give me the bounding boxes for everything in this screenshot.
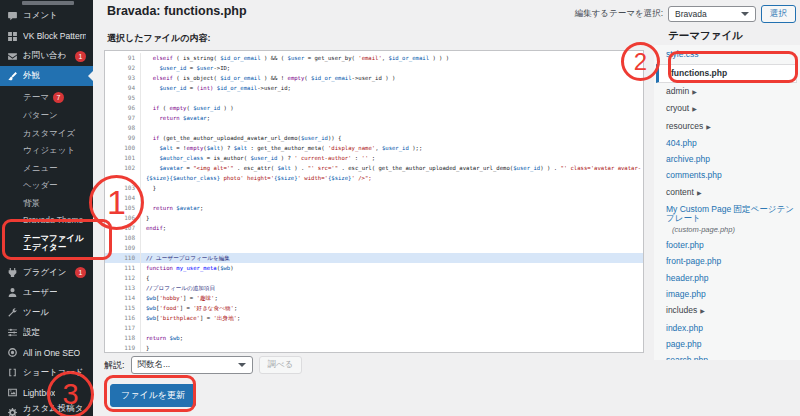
sidebar-item-label: Lightbox <box>23 388 55 398</box>
appearance-submenu: テーマ7パターンカスタマイズウィジェットメニューヘッダー背景Bravada Th… <box>0 86 93 263</box>
sidebar-subitem-label: パターン <box>23 110 58 120</box>
sidebar-item-label: 外観 <box>23 70 40 82</box>
code-text: return $wb; <box>141 333 183 343</box>
code-text: $wb['food'] = '好きな食べ物'; <box>141 303 237 313</box>
line-number: 117 <box>105 323 141 333</box>
line-number: 110 <box>105 253 141 263</box>
sidebar-item-設定[interactable]: 設定 <box>0 323 93 343</box>
sidebar-subitem-bravada-theme[interactable]: Bravada Theme <box>0 212 93 230</box>
sidebar-item-lightbox[interactable]: Lightbox <box>0 383 93 403</box>
line-number: 100 <box>105 143 141 153</box>
sidebar-item-ショートコード[interactable]: ショートコード <box>0 363 93 383</box>
mail-icon <box>7 51 18 62</box>
sidebar-item-プラグイン[interactable]: プラグイン1 <box>0 263 93 283</box>
line-number: 106 <box>105 213 141 223</box>
line-number: 113 <box>105 283 141 293</box>
theme-file-header.php[interactable]: header.php <box>654 270 800 286</box>
theme-file-front-page.php[interactable]: front-page.php <box>654 254 800 270</box>
sidebar-item-all-in-one-seo[interactable]: All in One SEO <box>0 343 93 363</box>
code-text: $author_class = is_author( $user_id ) ? … <box>141 153 375 163</box>
theme-file-404.php[interactable]: 404.php <box>654 135 800 151</box>
theme-file-content[interactable]: content▶ <box>654 184 800 201</box>
theme-file-index.php[interactable]: index.php <box>654 320 800 336</box>
code-text: endif; <box>141 223 166 233</box>
theme-file-style.css[interactable]: style.css <box>654 47 800 63</box>
theme-file-my-custom-page-[interactable]: My Custom Page 固定ページテンプレート(custom-page.p… <box>654 202 800 238</box>
sidebar-item-vk-block-patterns[interactable]: VK Block Patterns <box>0 26 93 46</box>
theme-file-functions.php[interactable]: functions.php <box>656 64 797 82</box>
sidebar-subitem-メニュー[interactable]: メニュー <box>0 160 93 178</box>
code-text <box>141 323 146 333</box>
code-text: function my_user_meta($wb) <box>141 263 234 273</box>
code-text <box>141 93 146 103</box>
lookup-button[interactable]: 調べる <box>259 356 303 374</box>
line-number: 111 <box>105 263 141 273</box>
sidebar-item-ツール[interactable]: ツール <box>0 303 93 323</box>
theme-select-apply-button[interactable]: 選択 <box>761 5 796 23</box>
line-number: 115 <box>105 303 141 313</box>
theme-file-search.php[interactable]: search.php <box>654 353 800 360</box>
line-number <box>105 173 141 183</box>
theme-files-heading: テーマファイル <box>668 29 743 43</box>
sidebar-subitem-label: テーマ <box>23 92 49 102</box>
line-number: 109 <box>105 243 141 253</box>
line-number: 102 <box>105 163 141 173</box>
sidebar-item-お問い合わせ[interactable]: お問い合わせ1 <box>0 46 93 66</box>
theme-file-admin[interactable]: admin▶ <box>654 84 800 101</box>
line-number: 103 <box>105 183 141 193</box>
theme-file-resources[interactable]: resources▶ <box>654 118 800 135</box>
doc-function-value: 関数名... <box>138 359 171 369</box>
code-line: 114$wb['hobby'] = '趣味'; <box>105 293 643 303</box>
code-line: 102 $avatar = "<img alt='" . esc_attr( $… <box>105 163 643 173</box>
code-line: 96 if ( empty( $user_id ) ) <box>105 103 643 113</box>
doc-label: 解説: <box>104 359 125 372</box>
sidebar-item-label: コメント <box>23 10 58 22</box>
folder-arrow-icon: ▶ <box>692 106 697 112</box>
sidebar-item-label: カスタム投稿タイ <box>23 404 86 416</box>
code-text: if (get_the_author_uploaded_avatar_url_d… <box>141 133 341 143</box>
sidebar-subitem-ウィジェット[interactable]: ウィジェット <box>0 142 93 160</box>
sidebar-subitem-背景[interactable]: 背景 <box>0 195 93 213</box>
code-line: 103 } <box>105 183 643 193</box>
sidebar-subitem-パターン[interactable]: パターン <box>0 107 93 125</box>
code-line: 107endif; <box>105 223 643 233</box>
theme-file-includes[interactable]: includes▶ <box>654 303 800 320</box>
code-line: 101 $author_class = is_author( $user_id … <box>105 153 643 163</box>
theme-select[interactable]: Bravada <box>668 6 756 22</box>
doc-function-select[interactable]: 関数名... <box>131 356 253 374</box>
theme-file-page.php[interactable]: page.php <box>654 337 800 353</box>
code-line: 91 elseif ( is_string( $id_or_email ) &&… <box>105 53 643 63</box>
user-icon <box>7 287 18 298</box>
code-editor[interactable]: 91 elseif ( is_string( $id_or_email ) &&… <box>104 50 644 353</box>
theme-file-comments.php[interactable]: comments.php <box>654 168 800 184</box>
page-title: Bravada: functions.php <box>107 4 247 18</box>
code-text <box>141 123 146 133</box>
code-line: 105 return $avatar; <box>105 203 643 213</box>
sidebar-subitem-カスタマイズ[interactable]: カスタマイズ <box>0 125 93 143</box>
sidebar-item-外観[interactable]: 外観 <box>0 66 93 86</box>
sliders-icon <box>7 327 18 338</box>
code-text: $alt = !empty($alt) ? $alt : get_the_aut… <box>141 143 422 153</box>
sidebar-subitem-テーマファイルエディター[interactable]: テーマファイルエディター <box>0 230 93 257</box>
theme-file-cryout[interactable]: cryout▶ <box>654 101 800 118</box>
sidebar-subitem-label: メニュー <box>23 163 58 173</box>
theme-file-image.php[interactable]: image.php <box>654 287 800 303</box>
sidebar-item-コメント[interactable]: コメント <box>0 6 93 26</box>
code-text: $wb['birthplace'] = '出身地'; <box>141 313 240 323</box>
line-number: 114 <box>105 293 141 303</box>
sidebar-item-カスタム投稿タイ[interactable]: カスタム投稿タイ <box>0 403 93 416</box>
line-number: 92 <box>105 63 141 73</box>
update-file-button[interactable]: ファイルを更新 <box>110 384 196 407</box>
sidebar-subitem-ヘッダー[interactable]: ヘッダー <box>0 177 93 195</box>
theme-file-template-filename: (custom-page.php) <box>666 225 796 235</box>
code-text: if ( empty( $user_id ) ) <box>141 103 234 113</box>
code-line: 92 $user_id = $user->ID; <box>105 63 643 73</box>
grid-icon <box>7 31 18 42</box>
sidebar-item-ユーザー[interactable]: ユーザー <box>0 283 93 303</box>
comment-icon <box>7 11 18 22</box>
theme-file-footer.php[interactable]: footer.php <box>654 238 800 254</box>
sidebar-subitem-テーマ[interactable]: テーマ7 <box>0 88 93 107</box>
theme-file-archive.php[interactable]: archive.php <box>654 152 800 168</box>
line-number: 97 <box>105 113 141 123</box>
code-text: $avatar = "<img alt='" . esc_attr( $alt … <box>141 163 641 173</box>
